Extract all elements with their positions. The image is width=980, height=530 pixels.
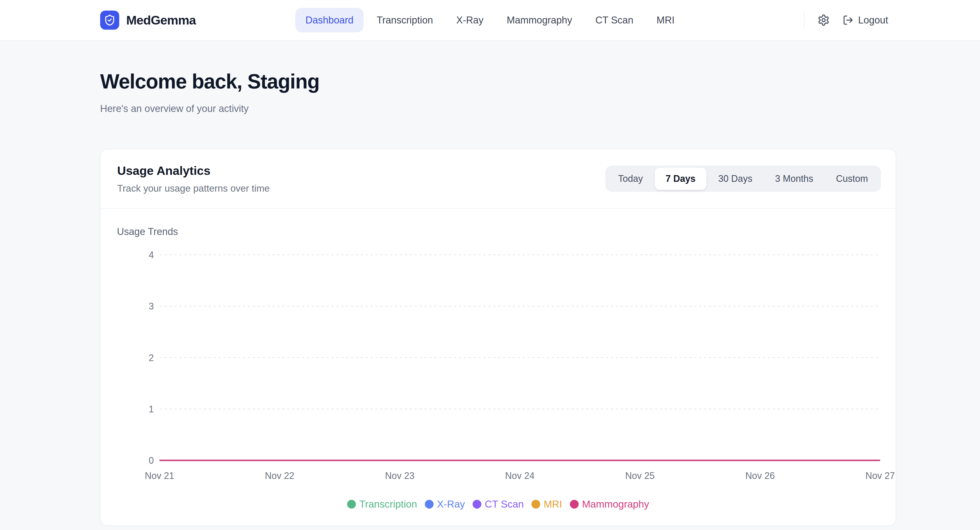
nav-item-dashboard[interactable]: Dashboard xyxy=(295,8,364,32)
svg-text:Nov 22: Nov 22 xyxy=(265,470,294,481)
svg-text:Nov 21: Nov 21 xyxy=(145,470,174,481)
range-today[interactable]: Today xyxy=(607,168,654,190)
svg-text:Nov 23: Nov 23 xyxy=(385,470,415,481)
vertical-divider xyxy=(804,12,805,29)
legend-item-ct-scan: CT Scan xyxy=(473,498,524,510)
legend-dot-icon xyxy=(531,500,540,509)
legend-dot-icon xyxy=(347,500,356,509)
usage-trends-chart: 01234Nov 21Nov 22Nov 23Nov 24Nov 25Nov 2… xyxy=(101,209,896,525)
nav-item-ct-scan[interactable]: CT Scan xyxy=(585,8,644,32)
x-axis-labels: Nov 21Nov 22Nov 23Nov 24Nov 25Nov 26Nov … xyxy=(145,470,895,481)
topbar-actions: Logout xyxy=(804,12,888,29)
page-subtitle: Here's an overview of your activity xyxy=(100,103,896,114)
logout-icon xyxy=(843,15,854,25)
svg-text:Nov 24: Nov 24 xyxy=(505,470,535,481)
logout-label: Logout xyxy=(858,15,888,26)
main-nav: DashboardTranscriptionX-RayMammographyCT… xyxy=(295,8,685,32)
gear-icon xyxy=(818,14,830,26)
svg-text:2: 2 xyxy=(149,352,154,363)
settings-button[interactable] xyxy=(818,14,830,26)
legend-label: MRI xyxy=(544,498,562,510)
card-title: Usage Analytics xyxy=(117,163,270,178)
legend-dot-icon xyxy=(473,500,481,509)
main-content: Welcome back, Staging Here's an overview… xyxy=(0,70,980,526)
legend-item-transcription: Transcription xyxy=(347,498,417,510)
app-title: MedGemma xyxy=(126,13,196,27)
legend-dot-icon xyxy=(570,500,579,509)
logout-button[interactable]: Logout xyxy=(843,15,888,26)
legend-label: Transcription xyxy=(359,498,417,510)
nav-item-mri[interactable]: MRI xyxy=(646,8,685,32)
range-7-days[interactable]: 7 Days xyxy=(655,168,706,190)
legend-label: CT Scan xyxy=(485,498,524,510)
svg-text:1: 1 xyxy=(149,404,154,414)
svg-text:3: 3 xyxy=(149,301,154,311)
brand[interactable]: MedGemma xyxy=(100,11,196,30)
svg-text:Nov 27: Nov 27 xyxy=(865,470,895,481)
range-30-days[interactable]: 30 Days xyxy=(708,168,763,190)
svg-text:Nov 26: Nov 26 xyxy=(745,470,775,481)
range-custom[interactable]: Custom xyxy=(825,168,879,190)
legend-dot-icon xyxy=(425,500,434,509)
legend-label: X-Ray xyxy=(437,498,465,510)
nav-item-x-ray[interactable]: X-Ray xyxy=(446,8,494,32)
chart-legend: TranscriptionX-RayCT ScanMRIMammography xyxy=(101,498,896,510)
grid-lines xyxy=(159,255,880,460)
chart-area: Usage Trends 01234Nov 21Nov 22Nov 23Nov … xyxy=(101,209,896,525)
legend-item-mri: MRI xyxy=(531,498,562,510)
svg-text:4: 4 xyxy=(149,250,154,260)
card-header: Usage Analytics Track your usage pattern… xyxy=(101,149,896,209)
card-header-titles: Usage Analytics Track your usage pattern… xyxy=(117,163,270,194)
range-3-months[interactable]: 3 Months xyxy=(764,168,824,190)
nav-item-mammography[interactable]: Mammography xyxy=(496,8,582,32)
y-axis-labels: 01234 xyxy=(149,250,154,466)
svg-text:Nov 25: Nov 25 xyxy=(625,470,654,481)
top-nav-bar: MedGemma DashboardTranscriptionX-RayMamm… xyxy=(0,0,980,41)
time-range-selector: Today7 Days30 Days3 MonthsCustom xyxy=(605,165,881,192)
legend-item-x-ray: X-Ray xyxy=(425,498,465,510)
shield-check-icon xyxy=(100,11,119,30)
card-subtitle: Track your usage patterns over time xyxy=(117,183,270,194)
nav-item-transcription[interactable]: Transcription xyxy=(366,8,443,32)
page-title: Welcome back, Staging xyxy=(100,70,896,94)
usage-analytics-card: Usage Analytics Track your usage pattern… xyxy=(100,149,896,526)
legend-item-mammography: Mammography xyxy=(570,498,649,510)
svg-text:0: 0 xyxy=(149,455,154,466)
legend-label: Mammography xyxy=(582,498,649,510)
